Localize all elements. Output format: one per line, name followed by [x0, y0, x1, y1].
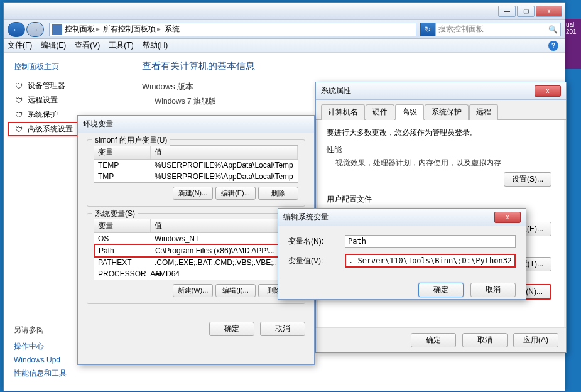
system-variables-table[interactable]: 变量 值 OSWindows_NTPathC:\Program Files (x…	[94, 219, 298, 280]
computer-icon	[52, 24, 62, 35]
window-titlebar: — ▢ x	[4, 3, 565, 20]
menu-tools[interactable]: 工具(T)	[109, 40, 133, 51]
tab-2[interactable]: 高级	[395, 104, 424, 120]
envvars-ok-button[interactable]: 确定	[209, 322, 254, 336]
tab-3[interactable]: 系统保护	[425, 104, 469, 120]
user-button-0[interactable]: 新建(N)...	[173, 187, 213, 200]
table-row[interactable]: TMP%USERPROFILE%\AppData\Local\Temp	[94, 171, 298, 182]
col-value[interactable]: 值	[151, 219, 298, 232]
editvar-titlebar: 编辑系统变量 x	[278, 209, 526, 226]
admin-note: 要进行大多数更改，您必须作为管理员登录。	[327, 128, 555, 138]
search-icon: 🔍	[548, 25, 558, 34]
visual-studio-peek: ual 201	[565, 19, 581, 69]
menu-edit[interactable]: 编辑(E)	[41, 40, 66, 51]
breadcrumb[interactable]: 控制面板▸ 所有控制面板项▸ 系统	[65, 24, 180, 35]
help-icon[interactable]: ?	[548, 41, 558, 51]
group-desc: 视觉效果，处理器计划，内存使用，以及虚拟内存	[327, 158, 555, 168]
page-title: 查看有关计算机的基本信息	[142, 60, 552, 72]
back-button[interactable]: ←	[8, 22, 25, 37]
col-value[interactable]: 值	[151, 146, 298, 159]
sysprops-titlebar: 系统属性 x	[316, 82, 566, 100]
menu-view[interactable]: 查看(V)	[75, 40, 100, 51]
editvar-cancel-button[interactable]: 取消	[470, 283, 516, 297]
search-input[interactable]: 搜索控制面板 🔍	[435, 23, 561, 36]
sysprops-cancel-button[interactable]: 取消	[462, 333, 508, 347]
shield-icon: 🛡	[14, 124, 24, 134]
col-variable[interactable]: 变量	[94, 146, 151, 159]
table-row[interactable]: PROCESSOR_ARAMD64	[94, 268, 298, 280]
sidebar-title[interactable]: 控制面板主页	[14, 62, 119, 72]
sysprops-close-button[interactable]: x	[535, 85, 561, 97]
user-variables-table[interactable]: 变量 值 TEMP%USERPROFILE%\AppData\Local\Tem…	[94, 145, 298, 183]
shield-icon: 🛡	[14, 110, 24, 120]
user-button-1[interactable]: 编辑(E)...	[215, 187, 256, 200]
address-bar[interactable]: 控制面板▸ 所有控制面板项▸ 系统	[49, 23, 416, 36]
menu-help[interactable]: 帮助(H)	[143, 40, 168, 51]
see-also-performance[interactable]: 性能信息和工具	[14, 366, 119, 381]
envvars-title: 环境变量	[83, 119, 309, 129]
variable-value-label: 变量值(V):	[288, 256, 345, 266]
forward-button[interactable]: →	[26, 22, 44, 37]
sys-button-0[interactable]: 新建(W)...	[173, 284, 213, 297]
close-button[interactable]: x	[536, 6, 562, 17]
user-variables-title: simonf 的用户变量(U)	[92, 135, 170, 146]
variable-name-label: 变量名(N):	[288, 236, 345, 247]
sidebar-item-0[interactable]: 🛡设备管理器	[8, 79, 126, 93]
sidebar-item-label: 设备管理器	[28, 80, 65, 91]
sys-button-1[interactable]: 编辑(I)...	[215, 284, 256, 297]
tab-4[interactable]: 远程	[469, 104, 498, 120]
sysprops-apply-button[interactable]: 应用(A)	[513, 333, 558, 347]
minimize-button[interactable]: —	[498, 6, 516, 17]
col-variable[interactable]: 变量	[94, 219, 151, 232]
settings-button-0[interactable]: 设置(S)...	[504, 172, 551, 187]
search-placeholder: 搜索控制面板	[438, 24, 484, 35]
nav-bar: ← → 控制面板▸ 所有控制面板项▸ 系统 ↻ 搜索控制面板 🔍	[4, 20, 565, 39]
sidebar-item-1[interactable]: 🛡远程设置	[8, 93, 126, 107]
sysprops-tabs: 计算机名硬件高级系统保护远程	[316, 100, 566, 120]
shield-icon: 🛡	[14, 81, 24, 91]
system-variables-group: 系统变量(S) 变量 值 OSWindows_NTPathC:\Program …	[87, 213, 305, 304]
sysprops-title: 系统属性	[321, 85, 535, 96]
table-row[interactable]: OSWindows_NT	[94, 233, 298, 244]
group-title: 性能	[327, 144, 555, 155]
editvar-close-button[interactable]: x	[494, 212, 521, 223]
menu-bar: 文件(F) 编辑(E) 查看(V) 工具(T) 帮助(H) ?	[4, 39, 565, 53]
variable-value-input[interactable]	[345, 254, 516, 268]
shield-icon: 🛡	[14, 95, 24, 106]
refresh-button[interactable]: ↻	[420, 23, 435, 36]
sidebar-item-label: 高级系统设置	[28, 124, 73, 134]
table-row[interactable]: TEMP%USERPROFILE%\AppData\Local\Temp	[94, 160, 298, 171]
table-row[interactable]: PathC:\Program Files (x86)\AMD APP\...	[94, 244, 298, 258]
system-variables-title: 系统变量(S)	[92, 209, 138, 219]
sysprops-ok-button[interactable]: 确定	[411, 333, 456, 347]
edit-system-variable-dialog: 编辑系统变量 x 变量名(N): 变量值(V): 确定 取消	[278, 208, 526, 300]
user-button-2[interactable]: 删除	[258, 187, 298, 200]
sidebar-item-label: 系统保护	[28, 109, 58, 120]
group-title: 用户配置文件	[327, 194, 555, 205]
sidebar-item-label: 远程设置	[28, 95, 58, 106]
tab-0[interactable]: 计算机名	[321, 104, 365, 120]
editvar-title: 编辑系统变量	[283, 212, 494, 222]
user-variables-group: simonf 的用户变量(U) 变量 值 TEMP%USERPROFILE%\A…	[87, 139, 305, 207]
tab-1[interactable]: 硬件	[366, 104, 394, 120]
envvars-cancel-button[interactable]: 取消	[260, 322, 305, 336]
sysprops-footer: 确定 取消 应用(A)	[316, 327, 566, 352]
envvars-footer: 确定 取消	[78, 317, 314, 341]
maximize-button[interactable]: ▢	[517, 6, 535, 17]
variable-name-input[interactable]	[345, 235, 516, 248]
envvars-titlebar: 环境变量	[78, 116, 314, 133]
editvar-ok-button[interactable]: 确定	[418, 283, 464, 297]
menu-file[interactable]: 文件(F)	[8, 40, 32, 51]
table-row[interactable]: PATHEXT.COM;.EXE;.BAT;.CMD;.VBS;.VBE;...	[94, 257, 298, 268]
